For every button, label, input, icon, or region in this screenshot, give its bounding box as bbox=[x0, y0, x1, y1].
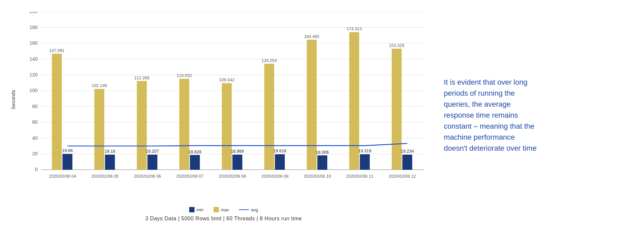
svg-text:19.618: 19.618 bbox=[273, 148, 286, 153]
annotation-panel: It is evident that over long periods of … bbox=[434, 70, 547, 160]
svg-text:19.207: 19.207 bbox=[146, 149, 159, 154]
bar-max-1 bbox=[94, 89, 104, 170]
y-axis-label: Seconds bbox=[10, 90, 16, 109]
svg-text:2020/02/06 05: 2020/02/06 05 bbox=[91, 174, 118, 179]
svg-text:19.319: 19.319 bbox=[358, 148, 371, 153]
svg-text:180: 180 bbox=[29, 24, 38, 30]
svg-text:2020/02/06 07: 2020/02/06 07 bbox=[177, 174, 204, 179]
svg-text:134.254: 134.254 bbox=[262, 58, 277, 63]
svg-text:120: 120 bbox=[29, 72, 38, 77]
svg-text:2020/02/06 09: 2020/02/06 09 bbox=[261, 174, 288, 179]
chart-container: Seconds 200 180 bbox=[0, 2, 434, 228]
legend-avg-line bbox=[239, 209, 249, 210]
bar-min-1 bbox=[105, 155, 115, 170]
svg-text:18.628: 18.628 bbox=[189, 149, 202, 154]
annotation-text: It is evident that over long periods of … bbox=[444, 77, 537, 154]
bar-min-6 bbox=[317, 155, 327, 170]
bar-max-3 bbox=[179, 79, 189, 170]
legend-min-label: min bbox=[197, 207, 204, 212]
chart-svg: 200 180 160 140 120 100 80 60 40 20 0 bbox=[20, 12, 427, 188]
svg-text:115.032: 115.032 bbox=[177, 73, 192, 78]
bar-max-6 bbox=[307, 40, 317, 170]
bar-min-0 bbox=[62, 154, 72, 170]
svg-text:2020/02/06 10: 2020/02/06 10 bbox=[304, 174, 331, 179]
legend-max-label: max bbox=[221, 207, 229, 212]
svg-text:160: 160 bbox=[29, 40, 38, 46]
svg-text:40: 40 bbox=[32, 135, 38, 140]
svg-text:80: 80 bbox=[32, 103, 38, 109]
legend-min: min bbox=[189, 207, 204, 212]
svg-text:60: 60 bbox=[32, 119, 38, 125]
svg-text:18.006: 18.006 bbox=[316, 150, 329, 155]
bar-min-5 bbox=[275, 154, 285, 170]
legend-max: max bbox=[214, 207, 229, 212]
svg-text:153.325: 153.325 bbox=[389, 43, 404, 48]
svg-text:2020/02/06 12: 2020/02/06 12 bbox=[389, 174, 416, 179]
chart-area: Seconds 200 180 bbox=[20, 12, 427, 188]
bar-max-2 bbox=[137, 81, 147, 170]
chart-legend: min max avg bbox=[20, 207, 427, 212]
svg-text:18.989: 18.989 bbox=[231, 149, 244, 154]
svg-text:109.342: 109.342 bbox=[219, 77, 235, 82]
bar-max-5 bbox=[264, 64, 274, 170]
svg-text:147.091: 147.091 bbox=[49, 48, 64, 53]
svg-text:174.313: 174.313 bbox=[346, 26, 362, 31]
bar-max-0 bbox=[52, 54, 62, 170]
bar-max-4 bbox=[222, 83, 232, 170]
svg-text:164.465: 164.465 bbox=[304, 34, 319, 39]
bar-min-4 bbox=[233, 155, 243, 170]
legend-max-swatch bbox=[214, 207, 219, 212]
svg-text:20: 20 bbox=[32, 151, 38, 156]
legend-min-swatch bbox=[189, 207, 195, 212]
svg-text:2020/02/06 04: 2020/02/06 04 bbox=[49, 174, 76, 179]
svg-text:100: 100 bbox=[29, 87, 38, 93]
chart-subtitle: 3 Days Data | 5000 Rows limit | 60 Threa… bbox=[20, 216, 427, 222]
svg-text:19.18: 19.18 bbox=[105, 149, 115, 154]
legend-avg-label: avg bbox=[251, 207, 258, 212]
svg-text:19.234: 19.234 bbox=[401, 149, 414, 154]
bar-min-2 bbox=[147, 155, 157, 170]
svg-text:19.86: 19.86 bbox=[62, 148, 73, 153]
bar-min-3 bbox=[190, 155, 200, 170]
svg-text:2020/02/06 08: 2020/02/06 08 bbox=[219, 174, 246, 179]
svg-text:112.268: 112.268 bbox=[134, 75, 149, 80]
svg-text:200: 200 bbox=[29, 12, 38, 14]
bar-max-8 bbox=[392, 49, 402, 170]
legend-avg: avg bbox=[239, 207, 258, 212]
bar-min-8 bbox=[402, 155, 412, 170]
bar-min-7 bbox=[360, 154, 370, 170]
svg-text:140: 140 bbox=[29, 56, 38, 61]
chart-grid: 200 180 160 140 120 100 80 60 40 20 0 bbox=[20, 12, 427, 188]
svg-text:2020/02/06 11: 2020/02/06 11 bbox=[346, 174, 373, 179]
svg-text:102.148: 102.148 bbox=[92, 83, 107, 88]
bar-max-7 bbox=[349, 32, 359, 170]
svg-text:0: 0 bbox=[35, 166, 38, 172]
svg-text:2020/02/06 06: 2020/02/06 06 bbox=[134, 174, 161, 179]
